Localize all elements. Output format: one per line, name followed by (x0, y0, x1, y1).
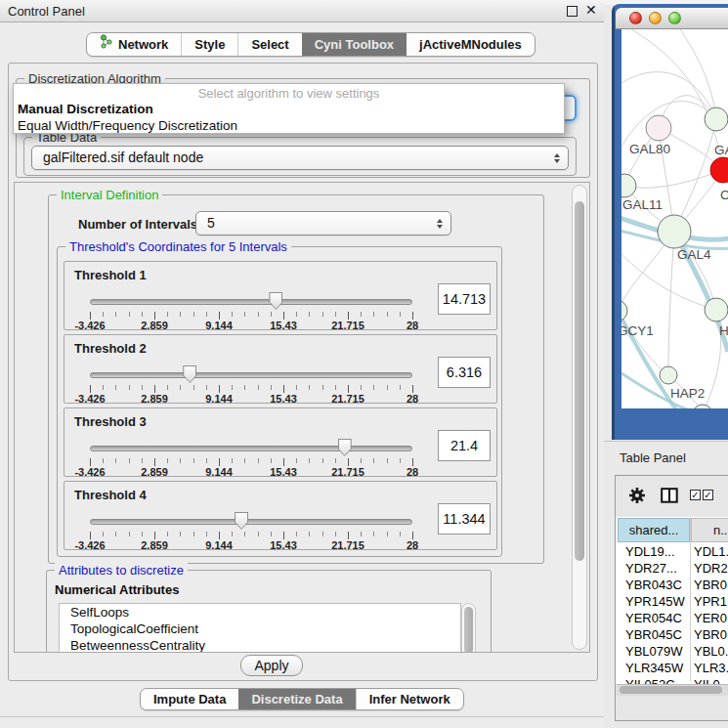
network-node[interactable] (660, 366, 677, 384)
columns-icon[interactable] (661, 488, 678, 503)
slider-track[interactable] (90, 519, 412, 525)
threshold-slider[interactable]: -3.4262.8599.14415.4321.71528 (90, 436, 412, 475)
table-row[interactable]: YLR345WYLR3... (618, 660, 728, 676)
table-row[interactable]: YBL079WYBL0... (618, 643, 728, 660)
slider-ticks (90, 312, 413, 320)
checkbox-icon[interactable]: ✓ (690, 490, 701, 500)
cell-name: YDR2... (688, 560, 728, 577)
network-canvas[interactable]: GAL80GACGAL11GAL4GCY1HHAP2 (621, 29, 728, 408)
column-header-shared-name[interactable]: shared... (618, 518, 690, 542)
threshold-label: Threshold 2 (74, 341, 147, 356)
scale-label: 2.859 (141, 393, 168, 405)
tab-label: Discretize Data (251, 688, 342, 710)
group-title: Interval Definition (57, 188, 162, 202)
tab-network[interactable]: Network (87, 33, 181, 56)
cell-name: YBR0... (688, 626, 728, 643)
network-node[interactable] (705, 107, 728, 131)
slider-scale-labels: -3.4262.8599.14415.4321.71528 (90, 466, 412, 478)
attribute-item[interactable]: BetweennessCentrality (60, 637, 460, 653)
scale-label: 28 (407, 539, 418, 551)
application-window: Control Panel ✕ Network Style Select Cyn… (0, 0, 728, 728)
algorithm-dropdown-popup: Select algorithm to view settings Manual… (13, 83, 565, 134)
slider-track[interactable] (90, 446, 412, 451)
network-node-label: C (720, 188, 728, 202)
threshold-slider[interactable]: -3.4262.8599.14415.4321.71528 (90, 363, 412, 402)
tab-label: Select (251, 33, 288, 56)
table-row[interactable]: YDL19...YDL1... (618, 543, 728, 560)
tab-discretize-data[interactable]: Discretize Data (238, 689, 355, 709)
numerical-attributes-label: Numerical Attributes (55, 582, 179, 597)
tab-label: Impute Data (153, 688, 226, 710)
tab-style[interactable]: Style (181, 33, 237, 56)
tab-select[interactable]: Select (237, 33, 301, 56)
tab-label: Cyni Toolbox (315, 33, 394, 56)
attributes-scrollbar-thumb[interactable] (464, 607, 473, 653)
table-data-value: galFiltered.sif default node (43, 150, 203, 165)
network-view-window[interactable]: GAL80GACGAL11GAL4GCY1HHAP2 (612, 4, 728, 440)
attribute-item[interactable]: SelfLoops (60, 604, 460, 621)
slider-thumb[interactable] (235, 512, 248, 530)
slider-thumb[interactable] (338, 439, 352, 456)
cell-shared-name: YIL052C (618, 676, 688, 684)
dropdown-prompt[interactable]: Select algorithm to view settings (14, 86, 564, 101)
tab-infer-network[interactable]: Infer Network (356, 689, 463, 709)
network-window-titlebar[interactable] (616, 8, 728, 29)
table-row[interactable]: YBR043CYBR0... (618, 577, 728, 593)
slider-ticks (90, 458, 413, 466)
dropdown-option-equal-width[interactable]: Equal Width/Frequency Discretization (18, 118, 237, 133)
cell-name: YBL0... (688, 643, 728, 660)
scale-label: 21.715 (331, 320, 364, 331)
float-window-icon[interactable] (567, 6, 578, 17)
network-node[interactable] (621, 174, 636, 197)
table-row[interactable]: YDR27...YDR2... (618, 560, 728, 577)
numerical-attributes-list[interactable]: SelfLoopsTopologicalCoefficientBetweenne… (59, 603, 461, 653)
tab-cyni-toolbox[interactable]: Cyni Toolbox (302, 33, 407, 56)
dropdown-option-manual[interactable]: Manual Discretization (18, 102, 153, 116)
network-node[interactable] (621, 300, 627, 321)
control-panel-titlebar: Control Panel ✕ (0, 0, 604, 22)
column-header-name[interactable]: n... (691, 518, 728, 542)
number-of-intervals-combobox[interactable]: 5 (195, 211, 451, 236)
zoom-traffic-light-icon[interactable] (668, 12, 681, 24)
table-panel-title: Table Panel (620, 450, 686, 465)
slider-track[interactable] (90, 299, 412, 305)
apply-button[interactable]: Apply (240, 655, 303, 676)
table-row[interactable]: YER054CYER0... (618, 610, 728, 626)
table-row[interactable]: YIL052CYIL0... (618, 676, 728, 684)
close-icon[interactable]: ✕ (585, 2, 597, 18)
slider-track[interactable] (90, 372, 412, 378)
checkbox-icon[interactable]: ✓ (703, 490, 713, 500)
combo-spinner-icon[interactable] (554, 153, 560, 163)
table-row[interactable]: YBR045CYBR0... (618, 626, 728, 643)
threshold-value-field[interactable]: 14.713 (438, 283, 491, 315)
slider-thumb[interactable] (269, 292, 282, 310)
table-row[interactable]: YPR145WYPR1... (618, 593, 728, 610)
attribute-item[interactable]: TopologicalCoefficient (60, 621, 460, 637)
network-node[interactable] (646, 115, 671, 141)
combo-spinner-icon[interactable] (437, 219, 443, 229)
cell-name: YLR3... (688, 660, 728, 676)
threshold-value-field[interactable]: 6.316 (438, 357, 491, 388)
settings-scrollbar-thumb[interactable] (575, 201, 584, 561)
cell-shared-name: YER054C (618, 610, 688, 626)
scale-label: -3.426 (74, 320, 105, 331)
tab-jactivemnodules[interactable]: jActiveMNodules (407, 33, 535, 56)
table-data-combobox[interactable]: galFiltered.sif default node (31, 146, 569, 170)
cell-name: YBR0... (688, 577, 728, 593)
threshold-value-field[interactable]: 11.344 (438, 503, 491, 535)
table-hscrollbar-thumb[interactable] (620, 686, 722, 694)
minimize-traffic-light-icon[interactable] (649, 12, 662, 24)
network-node[interactable] (658, 215, 691, 248)
close-traffic-light-icon[interactable] (629, 12, 642, 24)
network-node[interactable] (693, 405, 712, 408)
slider-thumb[interactable] (183, 365, 196, 383)
threshold-row-3: Threshold 3 -3.4262.8599.14415.4321.7152… (64, 407, 497, 477)
network-node[interactable] (705, 298, 728, 321)
threshold-value-field[interactable]: 21.4 (438, 430, 491, 461)
threshold-slider[interactable]: -3.4262.8599.14415.4321.71528 (90, 509, 412, 548)
gear-icon[interactable] (627, 486, 647, 505)
scale-label: 15.43 (270, 539, 297, 551)
threshold-slider[interactable]: -3.4262.8599.14415.4321.71528 (90, 289, 412, 328)
network-nodes: GAL80GACGAL11GAL4GCY1HHAP2 (621, 107, 728, 408)
tab-impute-data[interactable]: Impute Data (141, 689, 238, 709)
